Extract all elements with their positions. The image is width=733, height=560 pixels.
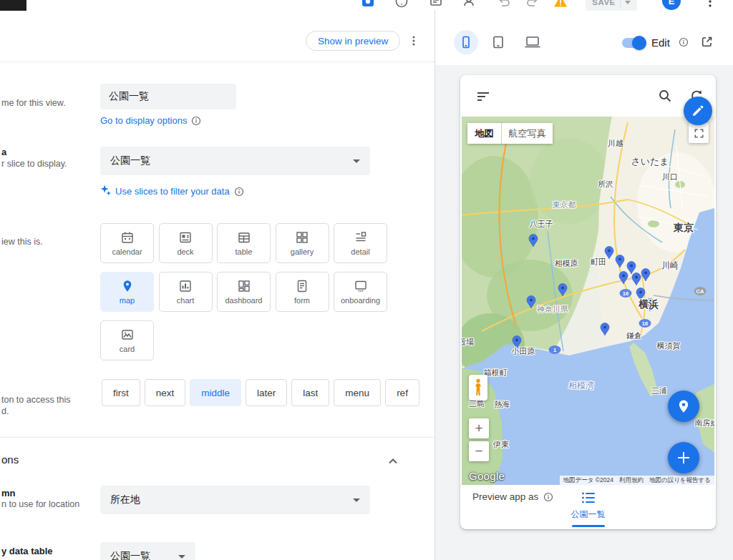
preview-panel: Edit (435, 11, 733, 560)
data-label: a (1, 147, 6, 157)
display-options-row: Go to display options (100, 115, 201, 126)
info-icon[interactable] (543, 492, 553, 502)
map-terrain: 16161CA (462, 117, 714, 485)
maptype-map-button[interactable]: 地図 (467, 123, 501, 144)
svg-text:16: 16 (623, 290, 628, 297)
bottom-nav-label: 公園一覧 (571, 509, 606, 521)
view-type-map[interactable]: map (100, 272, 154, 312)
app-menu-icon[interactable] (476, 91, 490, 105)
sparkle-icon (100, 185, 111, 198)
preview-app-as-label: Preview app as (472, 491, 538, 502)
position-ref[interactable]: ref (385, 379, 419, 406)
route-shield: 16 (620, 289, 632, 298)
section-divider (0, 437, 435, 438)
phone-preview: 16161CA 川越さいたま川口所沢東京都八王子東京相模原町田川崎横浜神奈川県鎌… (460, 75, 716, 529)
report-error-link[interactable]: 地図の誤りを報告する (649, 476, 711, 485)
route-shield: CA (694, 287, 707, 295)
location-column-sublabel: n to use for location (1, 499, 79, 509)
record-icon[interactable] (361, 0, 375, 9)
fullscreen-icon[interactable] (689, 123, 709, 143)
warning-icon[interactable] (553, 0, 568, 9)
zoom-out-button[interactable]: − (469, 441, 489, 461)
save-button[interactable]: SAVE (586, 0, 637, 11)
position-next[interactable]: next (145, 379, 186, 406)
position-sublabel: d. (1, 406, 9, 416)
view-name-input[interactable] (100, 84, 236, 109)
chevron-down-icon (353, 159, 360, 163)
info-icon[interactable] (191, 116, 201, 126)
go-to-display-options-link[interactable]: Go to display options (100, 115, 187, 126)
view-type-chart[interactable]: chart (159, 272, 213, 312)
svg-text:1: 1 (553, 347, 556, 353)
view-type-card[interactable]: card (100, 320, 154, 360)
view-type-table[interactable]: table (217, 223, 271, 263)
location-column-value: 所在地 (110, 493, 140, 506)
zoom-in-button[interactable]: + (469, 418, 489, 438)
location-column-select[interactable]: 所在地 (100, 486, 370, 514)
edit-view-fab[interactable] (684, 97, 712, 125)
secondary-data-table-value: 公園一覧 (110, 550, 150, 560)
position-first[interactable]: first (102, 379, 140, 406)
view-type-deck[interactable]: deck (159, 223, 213, 263)
pegman-icon[interactable] (469, 375, 487, 401)
save-dropdown-caret-icon[interactable] (625, 1, 631, 4)
maptype-satellite-button[interactable]: 航空写真 (502, 123, 553, 144)
edit-toggle-label: Edit (651, 36, 670, 49)
use-slices-link[interactable]: Use slices to filter your data (115, 186, 230, 197)
more-menu-icon[interactable] (703, 0, 717, 9)
terms-link[interactable]: 利用規約 (619, 476, 644, 485)
map-view[interactable]: 16161CA 川越さいたま川口所沢東京都八王子東京相模原町田川崎横浜神奈川県鎌… (462, 117, 714, 485)
device-tablet-button[interactable] (491, 35, 505, 52)
secondary-data-table-label: y data table (1, 546, 53, 556)
info-icon[interactable] (679, 37, 689, 47)
list-view-icon (581, 491, 596, 507)
redo-icon[interactable] (525, 0, 540, 9)
device-desktop-button[interactable] (524, 35, 541, 52)
svg-text:CA: CA (696, 288, 704, 295)
panel-more-menu-icon[interactable] (407, 33, 421, 49)
avatar[interactable]: E (662, 0, 681, 10)
edit-toggle-thumb[interactable] (632, 36, 646, 50)
data-source-value: 公園一覧 (110, 154, 150, 167)
feedback-icon[interactable] (429, 0, 443, 9)
info-icon[interactable] (234, 187, 244, 197)
nav-active-indicator (572, 525, 605, 527)
view-type-gallery[interactable]: gallery (276, 223, 329, 263)
map-data-credit: 地図データ ©2024 (563, 476, 613, 485)
position-last[interactable]: last (291, 379, 329, 406)
map-attribution: 地図データ ©2024 利用規約 地図の誤りを報告する (560, 476, 714, 485)
support-icon[interactable] (462, 0, 476, 9)
data-source-select[interactable]: 公園一覧 (100, 147, 370, 175)
position-middle[interactable]: middle (190, 379, 241, 406)
collapse-section-icon[interactable] (387, 455, 399, 468)
device-phone-button[interactable] (454, 30, 478, 54)
view-type-grid: calendar deck table gallery detail map c… (100, 223, 391, 360)
app-search-icon[interactable] (658, 89, 672, 106)
save-button-label: SAVE (592, 0, 615, 6)
view-type-form[interactable]: form (276, 272, 329, 312)
view-type-dashboard[interactable]: dashboard (217, 272, 271, 312)
open-in-new-icon[interactable] (700, 35, 714, 49)
show-in-preview-button[interactable]: Show in preview (306, 31, 400, 51)
preview-app-as-row: Preview app as (472, 491, 553, 502)
view-settings-panel: Show in preview me for this view. Go to … (0, 11, 435, 560)
google-logo: Google (469, 470, 505, 482)
location-fab[interactable] (668, 390, 699, 422)
undo-icon[interactable] (497, 0, 511, 9)
chevron-down-icon (353, 498, 360, 502)
view-type-calendar[interactable]: calendar (100, 223, 154, 263)
position-later[interactable]: later (246, 379, 287, 406)
section-header: ons (1, 453, 19, 466)
position-options: first next middle later last menu ref (102, 379, 419, 406)
add-fab[interactable] (668, 442, 699, 473)
view-type-onboarding[interactable]: onboarding (334, 272, 387, 312)
view-name-label: me for this view. (1, 98, 66, 108)
maptype-control: 地図 航空写真 (467, 123, 553, 144)
secondary-data-table-select[interactable]: 公園一覧 (100, 542, 195, 560)
view-type-detail[interactable]: detail (334, 223, 387, 263)
help-icon[interactable] (394, 0, 409, 9)
chevron-down-icon (178, 555, 185, 559)
position-menu[interactable]: menu (334, 379, 381, 406)
route-shield: 16 (639, 319, 651, 328)
preview-header: Edit (435, 11, 733, 65)
